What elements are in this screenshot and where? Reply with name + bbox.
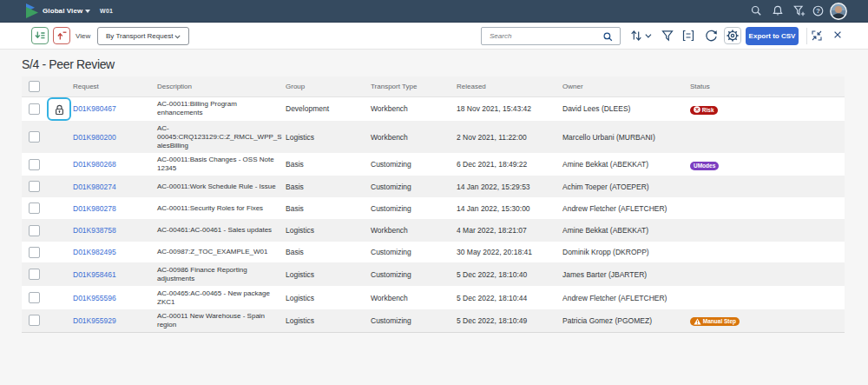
svg-text:?: ? [816, 7, 820, 15]
